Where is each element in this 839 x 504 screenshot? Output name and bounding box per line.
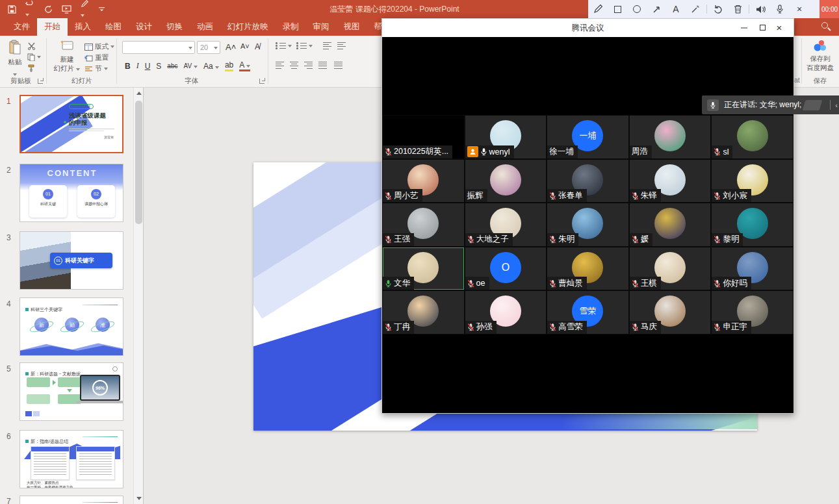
collapse-icon[interactable]: ‹ <box>835 101 838 109</box>
microphone-toolbar-icon[interactable] <box>770 0 790 18</box>
copy-button[interactable] <box>27 53 41 61</box>
bold-button[interactable]: B <box>125 62 131 71</box>
ribbon-tab-5[interactable]: 设计 <box>129 18 159 36</box>
slide-thumbnail-5[interactable]: 新：科研选题－文献数据 96% <box>19 362 123 421</box>
italic-button[interactable]: I <box>136 61 139 71</box>
slide-thumbnail-2[interactable]: CONTENT 01 科研关键 02 课题申报心得 <box>19 164 123 222</box>
align-left-button[interactable] <box>276 62 284 69</box>
minimize-button[interactable] <box>735 19 753 36</box>
slide-thumbnail-4[interactable]: 科研三个关键字 新 勤 准 <box>19 297 123 356</box>
rectangle-tool-icon[interactable] <box>608 0 627 18</box>
bullets-button[interactable] <box>276 42 292 49</box>
start-slideshow-icon[interactable] <box>62 5 71 14</box>
ribbon-tab-6[interactable]: 切换 <box>159 18 190 36</box>
laser-tool-icon[interactable] <box>686 0 705 18</box>
new-slide-button[interactable]: 新建 幻灯片 <box>52 40 82 73</box>
reset-button[interactable]: 重置 <box>84 53 109 62</box>
ribbon-tab-7[interactable]: 动画 <box>190 18 220 36</box>
change-case-button[interactable]: Aa <box>203 62 219 71</box>
ribbon-tab-8[interactable]: 幻灯片放映 <box>220 18 276 36</box>
slide-thumbnail-1[interactable]: 2022.04.03 浅谈省级课题的申报 温莹蕾 <box>19 95 123 153</box>
participant-tile[interactable]: 马庆 <box>629 290 712 334</box>
pen-tool-icon[interactable] <box>588 0 608 18</box>
participant-tile[interactable]: 周小艺 <box>382 159 465 203</box>
participant-tile[interactable]: Ooe <box>465 247 547 291</box>
participant-tile[interactable]: 丁冉 <box>382 290 465 334</box>
maximize-button[interactable] <box>753 19 771 36</box>
font-dialog-launcher[interactable] <box>259 79 265 84</box>
align-right-button[interactable] <box>304 62 313 69</box>
ink-pen-icon[interactable] <box>81 0 89 19</box>
ribbon-tab-4[interactable]: 绘图 <box>98 18 129 36</box>
participant-tile[interactable]: 振辉 <box>465 159 547 203</box>
format-painter-button[interactable] <box>27 64 35 72</box>
participant-tile[interactable]: 雪荣高雪荣 <box>547 290 629 334</box>
slide-thumbnail-7[interactable]: 勤 <box>19 496 123 504</box>
undo-dropdown-icon[interactable] <box>25 14 29 16</box>
increase-indent-button[interactable] <box>337 42 346 49</box>
font-size-combo[interactable]: 20 <box>197 41 220 54</box>
participant-tile[interactable]: 朱明 <box>547 203 629 247</box>
font-color-button[interactable]: A <box>239 60 250 71</box>
layout-button[interactable]: 版式 <box>84 42 114 51</box>
thumbnail-scrollbar[interactable] <box>133 88 143 504</box>
align-center-button[interactable] <box>290 62 298 69</box>
cut-button[interactable] <box>27 42 36 50</box>
ribbon-tab-10[interactable]: 审阅 <box>306 18 337 36</box>
ink-dropdown-icon[interactable] <box>81 14 84 17</box>
participant-tile[interactable]: 大地之子 <box>465 203 547 247</box>
participant-tile[interactable]: 文华 <box>382 247 465 291</box>
participant-tile[interactable]: 2010225胡英... <box>382 115 465 159</box>
customize-toolbar-icon[interactable] <box>98 6 105 13</box>
strikethrough-button[interactable]: abc <box>167 62 177 69</box>
meeting-titlebar[interactable]: 腾讯会议 × <box>382 19 794 37</box>
section-button[interactable]: 节 <box>84 64 108 73</box>
ribbon-tab-2[interactable]: 开始 <box>37 18 68 36</box>
participant-tile[interactable]: 一埔徐一埔 <box>547 115 629 159</box>
participant-tile[interactable]: 申正宇 <box>711 290 794 334</box>
slide-thumbnail-6[interactable]: 新：指南/选题总结 大政方针、紧跟热点每一学科、每年都有选题方向 <box>19 430 123 488</box>
ribbon-tab-11[interactable]: 视图 <box>337 18 367 36</box>
participant-tile[interactable]: 周浩 <box>629 115 712 159</box>
undo-annotation-icon[interactable] <box>708 0 728 18</box>
text-tool-icon[interactable]: A <box>666 0 686 18</box>
paste-button[interactable]: 粘贴 <box>5 40 25 79</box>
participant-tile[interactable]: 孙强 <box>465 290 547 334</box>
ribbon-tab-9[interactable]: 录制 <box>276 18 306 36</box>
undo-icon[interactable] <box>25 0 35 19</box>
participant-tile[interactable]: 你好吗 <box>711 247 794 291</box>
participant-tile[interactable]: wenyl <box>465 115 547 159</box>
highlight-color-button[interactable]: ab <box>225 60 233 71</box>
trash-icon[interactable] <box>728 0 747 18</box>
underline-button[interactable]: U <box>145 62 151 71</box>
scroll-up-icon[interactable] <box>136 92 142 95</box>
shrink-font-button[interactable]: A˅ <box>240 42 250 50</box>
participant-tile[interactable]: 刘小宸 <box>711 159 794 203</box>
participant-tile[interactable]: 曹灿景 <box>547 247 629 291</box>
char-spacing-button[interactable]: AV <box>183 62 197 69</box>
scroll-down-icon[interactable] <box>136 497 142 500</box>
ellipse-tool-icon[interactable] <box>627 0 647 18</box>
close-recorder-icon[interactable]: × <box>790 0 809 18</box>
participant-tile[interactable]: 王强 <box>382 203 465 247</box>
clear-format-button[interactable]: A̸ <box>255 42 260 51</box>
participant-tile[interactable]: 朱铎 <box>629 159 712 203</box>
slide-thumbnail-3[interactable]: 01 科研关键字 <box>19 231 123 290</box>
scrollbar-thumb[interactable] <box>135 101 142 224</box>
participant-tile[interactable]: 张春单 <box>547 159 629 203</box>
justify-button[interactable] <box>318 62 327 69</box>
save-icon[interactable] <box>8 5 16 14</box>
participant-tile[interactable]: 媛 <box>629 203 712 247</box>
line-spacing-button[interactable] <box>334 62 342 69</box>
participant-tile[interactable]: 黎明 <box>711 203 794 247</box>
ribbon-tab-3[interactable]: 插入 <box>68 18 98 36</box>
redo-icon[interactable] <box>44 5 53 14</box>
text-shadow-button[interactable]: S <box>156 62 161 71</box>
participant-tile[interactable]: 王棋 <box>629 247 712 291</box>
ribbon-tab-1[interactable]: 文件 <box>6 18 37 36</box>
participant-tile[interactable]: sl <box>711 115 794 159</box>
close-button[interactable]: × <box>770 19 788 36</box>
save-to-baidu-button[interactable]: 保存到 百度网盘 <box>803 39 837 73</box>
decrease-indent-button[interactable] <box>323 42 331 49</box>
grow-font-button[interactable]: A˄ <box>226 42 236 52</box>
